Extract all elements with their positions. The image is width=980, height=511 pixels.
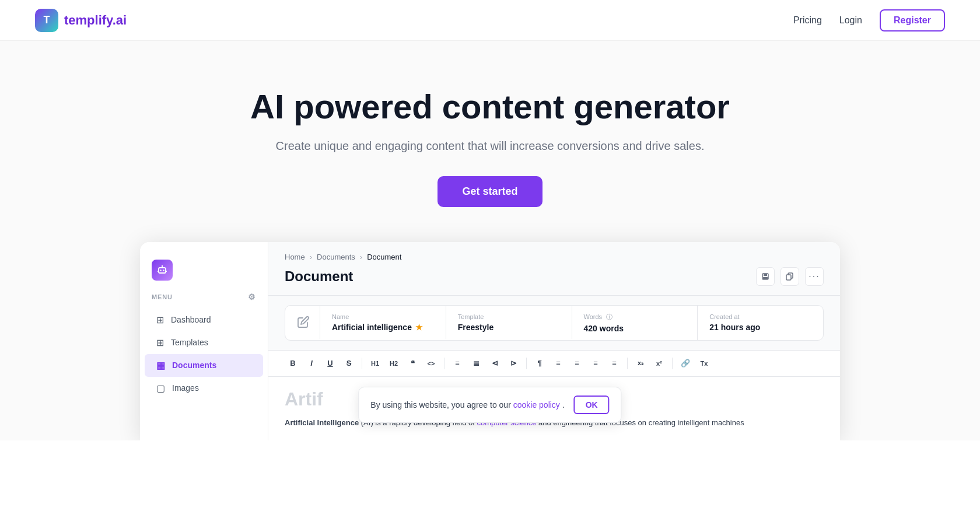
breadcrumb-sep-2: ›: [360, 253, 362, 261]
toolbar-sep-5: [672, 358, 673, 369]
sidebar-item-images[interactable]: ▢ Images: [145, 377, 263, 400]
logo-area: T templify.ai: [35, 9, 127, 32]
breadcrumb-current: Document: [367, 253, 401, 261]
cookie-policy-link[interactable]: cookie policy: [513, 400, 560, 410]
toolbar-strikethrough[interactable]: S: [341, 355, 357, 372]
logo-text: templify.ai: [64, 13, 127, 28]
svg-point-1: [160, 270, 161, 271]
breadcrumb-sep-1: ›: [310, 253, 312, 261]
info-icon: ⓘ: [606, 313, 612, 320]
sidebar-item-label: Images: [172, 383, 199, 393]
name-value: Artificial intelligence ★: [332, 323, 434, 332]
template-value: Freestyle: [458, 323, 560, 332]
breadcrumb: Home › Documents › Document: [268, 242, 840, 265]
doc-info-bar: Name Artificial intelligence ★ Template …: [285, 305, 824, 341]
toolbar-sep-4: [627, 358, 628, 369]
more-button[interactable]: ···: [805, 267, 824, 286]
toolbar-align-left[interactable]: ≡: [550, 355, 566, 372]
toolbar-indent[interactable]: ⊳: [505, 355, 522, 372]
dashboard-icon: ⊞: [156, 314, 164, 326]
sidebar-item-documents[interactable]: ▦ Documents: [145, 354, 263, 377]
words-label: Words ⓘ: [584, 313, 686, 321]
created-value: 21 hours ago: [709, 323, 811, 332]
settings-icon[interactable]: ⚙: [248, 292, 256, 302]
template-label: Template: [458, 313, 560, 320]
toolbar-code[interactable]: <>: [423, 355, 439, 372]
editor-toolbar: B I U S H1 H2 ❝ <> ≡ ≣ ⊲ ⊳ ¶ ≡ ≡ ≡ ≡: [268, 350, 840, 377]
svg-point-2: [163, 270, 164, 271]
save-button[interactable]: [756, 267, 775, 286]
sidebar-item-label: Dashboard: [171, 315, 211, 324]
sidebar-logo: [140, 254, 268, 292]
toolbar-align-center[interactable]: ≡: [569, 355, 585, 372]
cookie-text: By using this website, you agree to our …: [370, 400, 564, 410]
toolbar-para[interactable]: ¶: [531, 355, 548, 372]
sidebar-item-label: Documents: [172, 360, 216, 370]
documents-icon: ▦: [156, 360, 165, 371]
doc-name-field: Name Artificial intelligence ★: [320, 306, 446, 339]
svg-rect-0: [159, 268, 166, 273]
toolbar-clear[interactable]: Tx: [696, 355, 712, 372]
doc-info-icon-area: [285, 306, 320, 339]
toolbar-align-justify[interactable]: ≡: [606, 355, 622, 372]
menu-header: MENU ⚙: [140, 292, 268, 309]
hero-subtitle: Create unique and engaging content that …: [23, 139, 957, 153]
sidebar-item-templates[interactable]: ⊞ Templates: [145, 331, 263, 354]
nav-pricing[interactable]: Pricing: [793, 15, 822, 26]
editor-bold-text: Artificial Intelligence: [285, 418, 359, 427]
svg-rect-8: [764, 274, 767, 276]
toolbar-link[interactable]: 🔗: [677, 355, 694, 372]
toolbar-list-ordered[interactable]: ≡: [449, 355, 466, 372]
register-button[interactable]: Register: [880, 9, 945, 32]
sidebar-logo-icon: [152, 260, 173, 281]
breadcrumb-documents[interactable]: Documents: [317, 253, 355, 261]
toolbar-superscript[interactable]: x²: [651, 355, 667, 372]
hero-section: AI powered content generator Create uniq…: [0, 41, 980, 242]
toolbar-quote[interactable]: ❝: [404, 355, 421, 372]
toolbar-underline[interactable]: U: [322, 355, 338, 372]
doc-template-field: Template Freestyle: [446, 306, 572, 339]
save-icon: [761, 272, 769, 281]
doc-words-field: Words ⓘ 420 words: [572, 306, 698, 340]
copy-icon: [786, 272, 794, 281]
images-icon: ▢: [156, 383, 165, 394]
breadcrumb-home[interactable]: Home: [285, 253, 305, 261]
star-icon[interactable]: ★: [415, 323, 423, 332]
cookie-banner: By using this website, you agree to our …: [358, 387, 621, 423]
more-icon: ···: [808, 271, 820, 282]
toolbar-align-right[interactable]: ≡: [587, 355, 604, 372]
toolbar-bold[interactable]: B: [285, 355, 301, 372]
copy-button[interactable]: [780, 267, 799, 286]
get-started-button[interactable]: Get started: [438, 176, 542, 207]
sidebar: MENU ⚙ ⊞ Dashboard ⊞ Templates ▦ Documen…: [140, 242, 268, 441]
cookie-ok-button[interactable]: OK: [574, 396, 610, 414]
toolbar-outdent[interactable]: ⊲: [487, 355, 503, 372]
nav-links: Pricing Login Register: [793, 9, 945, 32]
templates-icon: ⊞: [156, 337, 164, 348]
svg-rect-9: [763, 277, 768, 279]
toolbar-h2[interactable]: H2: [386, 355, 402, 372]
page-header: Document: [268, 265, 840, 296]
toolbar-sep-1: [362, 358, 362, 369]
nav-login[interactable]: Login: [839, 15, 862, 26]
toolbar-list-bullet[interactable]: ≣: [468, 355, 484, 372]
menu-label: MENU: [152, 293, 173, 300]
page-actions: ···: [756, 267, 824, 286]
robot-icon: [156, 264, 168, 276]
name-label: Name: [332, 313, 434, 320]
words-value: 420 words: [584, 324, 686, 333]
preview-window: MENU ⚙ ⊞ Dashboard ⊞ Templates ▦ Documen…: [140, 242, 840, 441]
edit-icon: [296, 316, 310, 330]
toolbar-h1[interactable]: H1: [367, 355, 383, 372]
toolbar-subscript[interactable]: x₂: [632, 355, 649, 372]
navbar: T templify.ai Pricing Login Register: [0, 0, 980, 41]
toolbar-sep-2: [444, 358, 444, 369]
toolbar-sep-3: [526, 358, 527, 369]
cookie-suffix: .: [562, 400, 565, 410]
sidebar-item-dashboard[interactable]: ⊞ Dashboard: [145, 309, 263, 331]
logo-icon: T: [35, 9, 58, 32]
hero-title: AI powered content generator: [23, 88, 957, 127]
toolbar-italic[interactable]: I: [303, 355, 320, 372]
page-title: Document: [285, 268, 353, 285]
sidebar-item-label: Templates: [171, 338, 208, 347]
